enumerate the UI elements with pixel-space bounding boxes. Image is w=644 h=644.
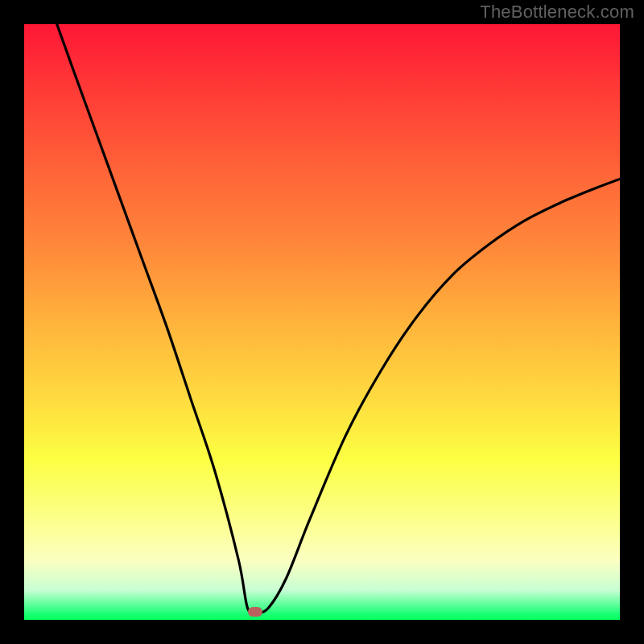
plot-inner: [24, 24, 620, 620]
watermark-text: TheBottleneck.com: [480, 2, 634, 23]
bottleneck-curve-path: [57, 24, 620, 613]
curve-svg: [24, 24, 620, 620]
plot-area: [24, 24, 620, 620]
minimum-marker: [248, 607, 262, 617]
